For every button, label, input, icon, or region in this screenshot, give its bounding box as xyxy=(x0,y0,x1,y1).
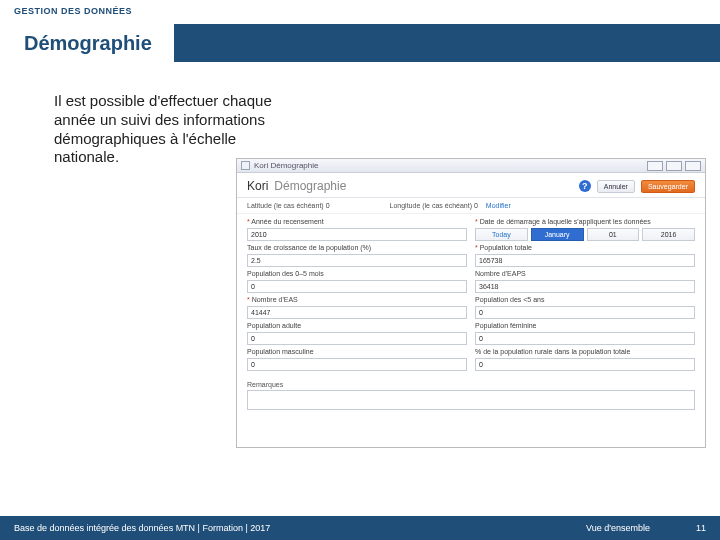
eaps-label: Nombre d'EAPS xyxy=(475,270,695,277)
window-close-button[interactable] xyxy=(685,161,701,171)
breadcrumb-root: Kori xyxy=(247,179,268,193)
window-title: Kori Démographie xyxy=(254,161,318,170)
popf-input[interactable]: 0 xyxy=(475,332,695,345)
lat-value: 0 xyxy=(326,202,330,209)
date-year-select[interactable]: 2016 xyxy=(642,228,695,241)
window-app-icon xyxy=(241,161,250,170)
growth-input[interactable]: 2.5 xyxy=(247,254,467,267)
male-input[interactable]: 0 xyxy=(247,358,467,371)
date-today-button[interactable]: Today xyxy=(475,228,528,241)
cancel-button[interactable]: Annuler xyxy=(597,180,635,193)
screenshot-header: Kori Démographie ? Annuler Sauvegarder xyxy=(237,173,705,198)
latlon-row: Latitude (le cas échéant) 0 Longitude (l… xyxy=(237,198,705,214)
window-chrome: Kori Démographie xyxy=(237,159,705,173)
poptotal-label: Population totale xyxy=(475,244,695,251)
help-icon[interactable]: ? xyxy=(579,180,591,192)
slide-footer: Base de données intégrée des données MTN… xyxy=(0,516,720,540)
form-right-column: Date de démarrage à laquelle s'appliquen… xyxy=(475,218,695,371)
footer-left: Base de données intégrée des données MTN… xyxy=(14,523,270,533)
popu5-input[interactable]: 0 xyxy=(475,306,695,319)
form-left-column: Année du recensement 2010 Taux de croiss… xyxy=(247,218,467,371)
lon-label: Longitude (le cas échéant) xyxy=(390,202,473,209)
body-paragraph: Il est possible d'effectuer chaque année… xyxy=(54,92,274,167)
pop05-label: Population des 0–5 mois xyxy=(247,270,467,277)
growth-label: Taux de croissance de la population (%) xyxy=(247,244,467,251)
lat-label: Latitude (le cas échéant) xyxy=(247,202,324,209)
year-label: Année du recensement xyxy=(247,218,467,225)
remarks-block: Remarques xyxy=(247,381,695,410)
year-input[interactable]: 2010 xyxy=(247,228,467,241)
eas-input[interactable]: 41447 xyxy=(247,306,467,319)
footer-page-number: 11 xyxy=(680,523,706,533)
remarks-textarea[interactable] xyxy=(247,390,695,410)
rural-label: % de la population rurale dans la popula… xyxy=(475,348,695,355)
window-minimize-button[interactable] xyxy=(647,161,663,171)
window-maximize-button[interactable] xyxy=(666,161,682,171)
date-picker: Today January 01 2016 xyxy=(475,228,695,241)
pop05-input[interactable]: 0 xyxy=(247,280,467,293)
title-cutout: Démographie xyxy=(14,24,174,62)
footer-section: Vue d'ensemble xyxy=(586,523,650,533)
popu5-label: Population des <5 ans xyxy=(475,296,695,303)
male-label: Population masculine xyxy=(247,348,467,355)
poptotal-input[interactable]: 165738 xyxy=(475,254,695,267)
screenshot-panel: Kori Démographie Kori Démographie ? Annu… xyxy=(236,158,706,448)
eas-label: Nombre d'EAS xyxy=(247,296,467,303)
lon-value: 0 xyxy=(474,202,478,209)
date-day-select[interactable]: 01 xyxy=(587,228,640,241)
form-body: Année du recensement 2010 Taux de croiss… xyxy=(237,214,705,375)
rural-input[interactable]: 0 xyxy=(475,358,695,371)
edit-link[interactable]: Modifier xyxy=(486,202,511,209)
date-month-select[interactable]: January xyxy=(531,228,584,241)
page-title: Démographie xyxy=(24,32,152,55)
popf-label: Population féminine xyxy=(475,322,695,329)
startdate-label: Date de démarrage à laquelle s'appliquen… xyxy=(475,218,695,225)
adult-label: Population adulte xyxy=(247,322,467,329)
remarks-label: Remarques xyxy=(247,381,695,388)
breadcrumb-page: Démographie xyxy=(274,179,346,193)
eyebrow-label: GESTION DES DONNÉES xyxy=(14,6,132,16)
save-button[interactable]: Sauvegarder xyxy=(641,180,695,193)
eaps-input[interactable]: 36418 xyxy=(475,280,695,293)
adult-input[interactable]: 0 xyxy=(247,332,467,345)
